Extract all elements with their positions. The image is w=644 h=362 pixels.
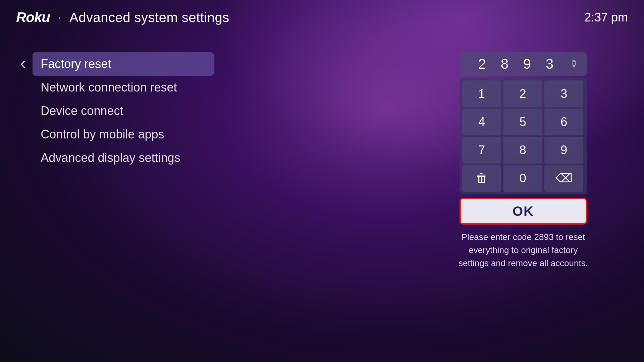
header-left: Roku · Advanced system settings xyxy=(16,9,229,25)
key-8[interactable]: 8 xyxy=(503,137,542,164)
main-content: ‹ Factory reset Network connection reset… xyxy=(0,32,644,270)
code-display: 2 8 9 3 🎙 xyxy=(460,52,587,76)
header: Roku · Advanced system settings 2:37 pm xyxy=(0,0,644,32)
key-6[interactable]: 6 xyxy=(544,109,583,135)
menu-item-factory-reset[interactable]: Factory reset xyxy=(33,52,214,76)
menu-item-device-connect[interactable]: Device connect xyxy=(33,99,214,123)
key-backspace[interactable]: ⌫ xyxy=(544,165,583,192)
key-0[interactable]: 0 xyxy=(503,165,542,192)
ok-button[interactable]: OK xyxy=(460,198,587,225)
hint-text: Please enter code 2893 to reset everythi… xyxy=(456,231,590,270)
trash-icon: 🗑 xyxy=(476,171,488,185)
microphone-icon[interactable]: 🎙 xyxy=(570,59,579,70)
key-trash[interactable]: 🗑 xyxy=(462,165,501,192)
header-dot: · xyxy=(58,10,61,24)
current-time: 2:37 pm xyxy=(584,10,628,24)
menu-item-mobile-apps[interactable]: Control by mobile apps xyxy=(33,123,214,146)
key-4[interactable]: 4 xyxy=(462,109,501,135)
key-5[interactable]: 5 xyxy=(503,109,542,135)
menu-item-network-reset[interactable]: Network connection reset xyxy=(33,76,214,99)
key-7[interactable]: 7 xyxy=(462,137,501,164)
entered-code: 2 8 9 3 xyxy=(468,56,570,72)
key-3[interactable]: 3 xyxy=(544,80,583,107)
numpad-section: 2 8 9 3 🎙 1 2 3 4 5 6 7 8 9 🗑 0 ⌫ OK Ple… xyxy=(456,52,590,270)
key-2[interactable]: 2 xyxy=(503,80,542,107)
roku-logo: Roku xyxy=(16,9,50,25)
menu-list: Factory reset Network connection reset D… xyxy=(33,52,214,170)
nav-section: ‹ Factory reset Network connection reset… xyxy=(20,52,214,170)
key-9[interactable]: 9 xyxy=(544,137,583,164)
numpad-grid: 1 2 3 4 5 6 7 8 9 🗑 0 ⌫ xyxy=(460,78,587,194)
backspace-icon: ⌫ xyxy=(555,171,573,185)
key-1[interactable]: 1 xyxy=(462,80,501,107)
menu-item-display-settings[interactable]: Advanced display settings xyxy=(33,146,214,170)
back-button[interactable]: ‹ xyxy=(20,54,26,72)
page-title: Advanced system settings xyxy=(69,10,229,25)
